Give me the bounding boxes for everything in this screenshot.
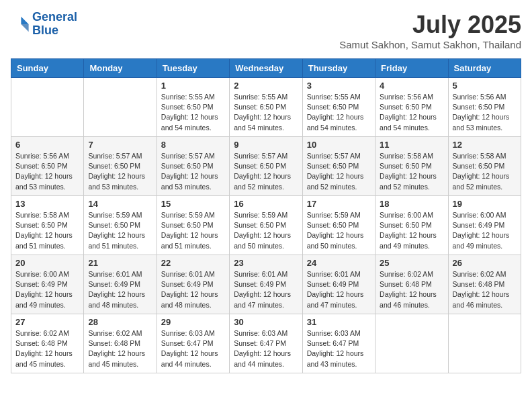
month-year-title: July 2025	[339, 11, 521, 39]
logo-text: General Blue	[32, 11, 77, 38]
calendar-cell: 4Sunrise: 5:56 AM Sunset: 6:50 PM Daylig…	[375, 78, 448, 137]
day-detail: Sunrise: 6:02 AM Sunset: 6:48 PM Dayligh…	[380, 269, 443, 310]
calendar-cell: 31Sunrise: 6:03 AM Sunset: 6:47 PM Dayli…	[302, 314, 375, 373]
day-number: 26	[453, 258, 517, 268]
logo-line1: General	[32, 10, 77, 24]
day-detail: Sunrise: 6:03 AM Sunset: 6:47 PM Dayligh…	[307, 328, 371, 369]
calendar-cell: 8Sunrise: 5:57 AM Sunset: 6:50 PM Daylig…	[157, 137, 229, 196]
weekday-header-saturday: Saturday	[448, 59, 521, 78]
day-detail: Sunrise: 5:58 AM Sunset: 6:50 PM Dayligh…	[453, 151, 517, 192]
calendar-cell: 15Sunrise: 5:59 AM Sunset: 6:50 PM Dayli…	[157, 196, 229, 255]
day-number: 9	[234, 140, 298, 150]
svg-marker-1	[21, 24, 28, 32]
calendar-cell: 7Sunrise: 5:57 AM Sunset: 6:50 PM Daylig…	[84, 137, 157, 196]
day-detail: Sunrise: 5:59 AM Sunset: 6:50 PM Dayligh…	[88, 210, 152, 251]
day-number: 4	[380, 81, 443, 91]
svg-marker-0	[21, 17, 28, 24]
day-detail: Sunrise: 5:58 AM Sunset: 6:50 PM Dayligh…	[380, 151, 443, 192]
day-detail: Sunrise: 6:02 AM Sunset: 6:48 PM Dayligh…	[15, 328, 79, 369]
day-detail: Sunrise: 6:01 AM Sunset: 6:49 PM Dayligh…	[88, 269, 152, 310]
calendar-cell	[375, 314, 448, 373]
calendar-cell: 24Sunrise: 6:01 AM Sunset: 6:49 PM Dayli…	[302, 255, 375, 314]
day-detail: Sunrise: 6:01 AM Sunset: 6:49 PM Dayligh…	[234, 269, 298, 310]
day-detail: Sunrise: 5:55 AM Sunset: 6:50 PM Dayligh…	[161, 92, 225, 133]
day-detail: Sunrise: 6:02 AM Sunset: 6:48 PM Dayligh…	[453, 269, 517, 310]
day-number: 31	[307, 317, 371, 327]
calendar-cell: 5Sunrise: 5:56 AM Sunset: 6:50 PM Daylig…	[448, 78, 521, 137]
calendar-cell: 1Sunrise: 5:55 AM Sunset: 6:50 PM Daylig…	[157, 78, 229, 137]
day-detail: Sunrise: 5:59 AM Sunset: 6:50 PM Dayligh…	[307, 210, 371, 251]
day-number: 11	[380, 140, 443, 150]
calendar-cell: 19Sunrise: 6:00 AM Sunset: 6:49 PM Dayli…	[448, 196, 521, 255]
title-block: July 2025 Samut Sakhon, Samut Sakhon, Th…	[339, 11, 521, 50]
day-number: 28	[88, 317, 152, 327]
day-detail: Sunrise: 5:58 AM Sunset: 6:50 PM Dayligh…	[15, 210, 79, 251]
week-row-5: 27Sunrise: 6:02 AM Sunset: 6:48 PM Dayli…	[11, 314, 521, 373]
day-number: 29	[161, 317, 225, 327]
day-detail: Sunrise: 5:59 AM Sunset: 6:50 PM Dayligh…	[234, 210, 298, 251]
day-number: 16	[234, 199, 298, 209]
day-number: 1	[161, 81, 225, 91]
day-number: 14	[88, 199, 152, 209]
day-number: 12	[453, 140, 517, 150]
day-detail: Sunrise: 6:02 AM Sunset: 6:48 PM Dayligh…	[88, 328, 152, 369]
day-number: 17	[307, 199, 371, 209]
day-detail: Sunrise: 6:03 AM Sunset: 6:47 PM Dayligh…	[161, 328, 225, 369]
day-detail: Sunrise: 6:01 AM Sunset: 6:49 PM Dayligh…	[161, 269, 225, 310]
day-detail: Sunrise: 6:03 AM Sunset: 6:47 PM Dayligh…	[234, 328, 298, 369]
weekday-header-row: SundayMondayTuesdayWednesdayThursdayFrid…	[11, 59, 521, 78]
day-detail: Sunrise: 5:55 AM Sunset: 6:50 PM Dayligh…	[234, 92, 298, 133]
weekday-header-tuesday: Tuesday	[157, 59, 229, 78]
calendar-cell: 25Sunrise: 6:02 AM Sunset: 6:48 PM Dayli…	[375, 255, 448, 314]
day-number: 10	[307, 140, 371, 150]
day-number: 20	[15, 258, 79, 268]
day-number: 30	[234, 317, 298, 327]
day-detail: Sunrise: 5:57 AM Sunset: 6:50 PM Dayligh…	[307, 151, 371, 192]
calendar-cell: 29Sunrise: 6:03 AM Sunset: 6:47 PM Dayli…	[157, 314, 229, 373]
calendar-cell: 3Sunrise: 5:55 AM Sunset: 6:50 PM Daylig…	[302, 78, 375, 137]
calendar-cell: 30Sunrise: 6:03 AM Sunset: 6:47 PM Dayli…	[230, 314, 302, 373]
calendar-cell	[84, 78, 157, 137]
day-detail: Sunrise: 5:57 AM Sunset: 6:50 PM Dayligh…	[234, 151, 298, 192]
weekday-header-sunday: Sunday	[11, 59, 84, 78]
week-row-4: 20Sunrise: 6:00 AM Sunset: 6:49 PM Dayli…	[11, 255, 521, 314]
week-row-2: 6Sunrise: 5:56 AM Sunset: 6:50 PM Daylig…	[11, 137, 521, 196]
calendar-cell: 23Sunrise: 6:01 AM Sunset: 6:49 PM Dayli…	[230, 255, 302, 314]
day-number: 27	[15, 317, 79, 327]
day-detail: Sunrise: 5:55 AM Sunset: 6:50 PM Dayligh…	[307, 92, 371, 133]
day-detail: Sunrise: 5:56 AM Sunset: 6:50 PM Dayligh…	[15, 151, 79, 192]
day-number: 21	[88, 258, 152, 268]
calendar-cell: 22Sunrise: 6:01 AM Sunset: 6:49 PM Dayli…	[157, 255, 229, 314]
day-number: 15	[161, 199, 225, 209]
calendar-cell: 13Sunrise: 5:58 AM Sunset: 6:50 PM Dayli…	[11, 196, 84, 255]
day-detail: Sunrise: 5:57 AM Sunset: 6:50 PM Dayligh…	[88, 151, 152, 192]
day-number: 6	[15, 140, 79, 150]
calendar-cell	[448, 314, 521, 373]
day-number: 8	[161, 140, 225, 150]
calendar-cell: 16Sunrise: 5:59 AM Sunset: 6:50 PM Dayli…	[230, 196, 302, 255]
calendar-cell: 26Sunrise: 6:02 AM Sunset: 6:48 PM Dayli…	[448, 255, 521, 314]
calendar-cell: 21Sunrise: 6:01 AM Sunset: 6:49 PM Dayli…	[84, 255, 157, 314]
calendar-cell: 17Sunrise: 5:59 AM Sunset: 6:50 PM Dayli…	[302, 196, 375, 255]
location-subtitle: Samut Sakhon, Samut Sakhon, Thailand	[339, 39, 521, 50]
day-number: 22	[161, 258, 225, 268]
weekday-header-monday: Monday	[84, 59, 157, 78]
day-number: 18	[380, 199, 443, 209]
calendar-cell: 11Sunrise: 5:58 AM Sunset: 6:50 PM Dayli…	[375, 137, 448, 196]
calendar-table: SundayMondayTuesdayWednesdayThursdayFrid…	[11, 58, 521, 373]
day-detail: Sunrise: 6:00 AM Sunset: 6:50 PM Dayligh…	[380, 210, 443, 251]
calendar-cell: 18Sunrise: 6:00 AM Sunset: 6:50 PM Dayli…	[375, 196, 448, 255]
day-detail: Sunrise: 5:59 AM Sunset: 6:50 PM Dayligh…	[161, 210, 225, 251]
day-detail: Sunrise: 6:00 AM Sunset: 6:49 PM Dayligh…	[453, 210, 517, 251]
weekday-header-friday: Friday	[375, 59, 448, 78]
logo-line2: Blue	[32, 24, 58, 37]
logo: General Blue	[11, 11, 77, 38]
day-number: 24	[307, 258, 371, 268]
week-row-1: 1Sunrise: 5:55 AM Sunset: 6:50 PM Daylig…	[11, 78, 521, 137]
weekday-header-wednesday: Wednesday	[230, 59, 302, 78]
calendar-cell: 20Sunrise: 6:00 AM Sunset: 6:49 PM Dayli…	[11, 255, 84, 314]
day-number: 2	[234, 81, 298, 91]
calendar-cell: 10Sunrise: 5:57 AM Sunset: 6:50 PM Dayli…	[302, 137, 375, 196]
day-number: 13	[15, 199, 79, 209]
calendar-cell: 28Sunrise: 6:02 AM Sunset: 6:48 PM Dayli…	[84, 314, 157, 373]
